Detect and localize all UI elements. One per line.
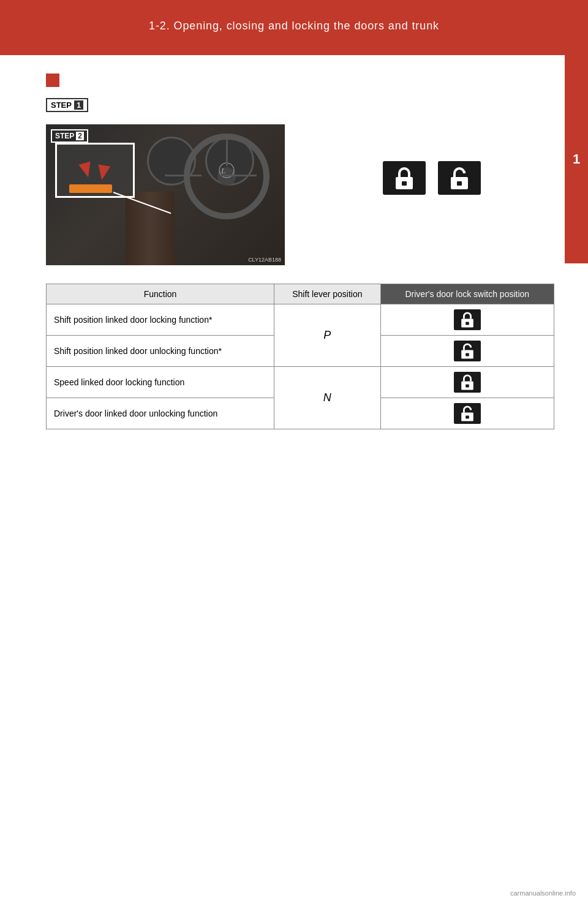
page-title: 1-2. Opening, closing and locking the do… — [0, 20, 588, 32]
svg-rect-5 — [457, 181, 462, 186]
side-tab-number: 1 — [573, 151, 580, 167]
main-content: STEP 1 L — [46, 67, 554, 429]
image-caption: CLY12AB188 — [248, 257, 281, 263]
red-arrow-1 — [78, 162, 94, 179]
table-locked-icon — [454, 309, 481, 330]
spoke-top — [226, 135, 228, 166]
locked-icon-box — [383, 161, 426, 195]
lock-icons-row — [383, 161, 481, 195]
function-cell: Shift position linked door unlocking fun… — [47, 336, 274, 367]
function-cell: Driver's door linked door unlocking func… — [47, 398, 274, 429]
image-section: L — [46, 124, 554, 265]
table-unlocked-icon — [454, 341, 481, 361]
inset-box — [55, 143, 135, 198]
step2-number: 2 — [76, 132, 84, 140]
svg-rect-13 — [466, 416, 469, 419]
center-console — [126, 192, 175, 265]
locked-icon — [393, 166, 415, 190]
orange-strip — [69, 184, 112, 193]
col-driver-header: Driver's door lock switch position — [380, 284, 554, 304]
svg-rect-9 — [466, 353, 469, 356]
functions-table: Function Shift lever position Driver's d… — [46, 284, 554, 429]
step1-number: 1 — [74, 100, 83, 110]
car-interior: L — [46, 124, 285, 265]
shift-position-n-cell: N — [274, 367, 381, 429]
unlocked-icon — [448, 166, 470, 190]
side-tab: 1 — [565, 55, 588, 263]
function-cell: Shift position linked door locking funct… — [47, 304, 274, 336]
table-lock-svg — [459, 311, 475, 328]
lock-icon-cell — [380, 367, 554, 398]
col-function-header: Function — [47, 284, 274, 304]
function-cell: Speed linked door locking function — [47, 367, 274, 398]
table-lock-svg-2 — [459, 374, 475, 391]
unlocked-icon-box — [438, 161, 481, 195]
lock-icons-section — [285, 124, 554, 195]
table-unlock-svg — [459, 342, 475, 360]
step2-label: STEP — [55, 132, 74, 140]
step1-label: STEP — [51, 100, 72, 110]
table-row: Shift position linked door locking funct… — [47, 304, 554, 336]
table-unlock-svg-2 — [459, 405, 475, 422]
car-image: L — [46, 124, 285, 265]
step2-badge: STEP 2 — [51, 129, 88, 143]
table-locked-icon-2 — [454, 372, 481, 393]
red-arrow-2 — [96, 164, 110, 181]
section-marker — [46, 74, 59, 87]
table-row: Speed linked door locking function N — [47, 367, 554, 398]
lock-icon-cell — [380, 398, 554, 429]
table-unlocked-icon-2 — [454, 403, 481, 424]
svg-rect-11 — [466, 385, 469, 388]
col-shift-header: Shift lever position — [274, 284, 381, 304]
lock-icon-cell — [380, 336, 554, 367]
spoke-right — [220, 175, 257, 176]
red-arrows — [80, 163, 110, 178]
svg-text:L: L — [221, 166, 225, 175]
spoke-left — [165, 175, 202, 176]
footer-watermark: carmanualsonline.info — [510, 889, 576, 897]
step1-badge: STEP 1 — [46, 98, 88, 112]
svg-rect-7 — [466, 322, 469, 325]
svg-rect-3 — [402, 181, 407, 186]
shift-position-cell: P — [274, 304, 381, 367]
lock-icon-cell — [380, 304, 554, 336]
